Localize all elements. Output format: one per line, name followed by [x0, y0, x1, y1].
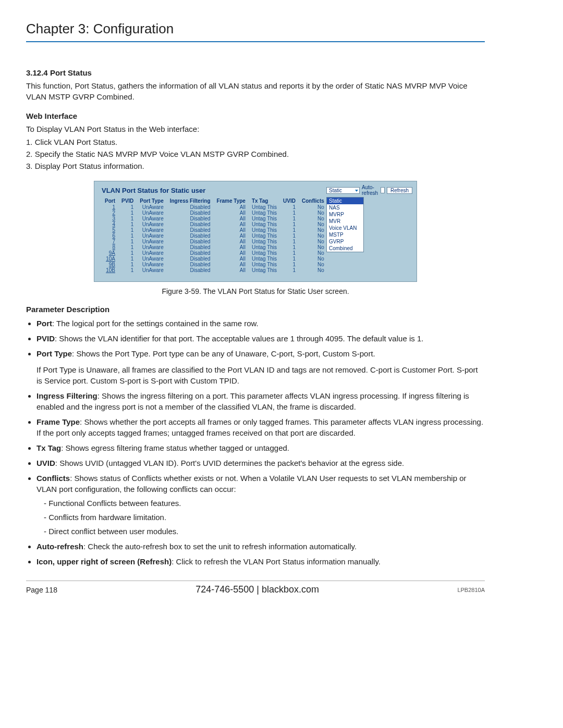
step: 2. Specify the Static NAS MVRP MVP Voice…	[26, 150, 485, 158]
steps-list: 1. Click VLAN Port Status. 2. Specify th…	[26, 138, 485, 170]
table-row: 10B1UnAwareDisabledAllUntag This1No	[102, 267, 327, 273]
section-intro: This function, Port Status, gathers the …	[26, 80, 485, 102]
dropdown-option[interactable]: Static	[327, 198, 363, 204]
param-refresh-icon: Icon, upper right of screen (Refresh): C…	[36, 556, 485, 567]
user-type-dropdown[interactable]: Static	[326, 187, 360, 194]
footer-contact: 724-746-5500 | blackbox.com	[195, 584, 319, 595]
vlan-port-table: PortPVID Port TypeIngress Filtering Fram…	[102, 198, 327, 273]
web-interface-heading: Web Interface	[26, 112, 485, 120]
param-frame-type: Frame Type: Shows whether the port accep…	[36, 416, 485, 438]
table-row: 9B1UnAwareDisabledAllUntag This1No	[102, 262, 327, 267]
figure-caption: Figure 3-59. The VLAN Port Status for St…	[26, 287, 485, 295]
table-row: 61UnAwareDisabledAllUntag This1No	[102, 233, 327, 239]
dropdown-option[interactable]: MVRP	[327, 211, 363, 218]
table-row: 51UnAwareDisabledAllUntag This1No	[102, 227, 327, 233]
parameter-list: Port: The logical port for the settings …	[26, 318, 485, 567]
dropdown-option[interactable]: Combined	[327, 245, 363, 252]
dropdown-option[interactable]: GVRP	[327, 238, 363, 245]
table-row: 9A1UnAwareDisabledAllUntag This1No	[102, 250, 327, 256]
chapter-title: Chapter 3: Configuration	[26, 21, 485, 38]
param-uvid: UVID: Shows UVID (untagged VLAN ID). Por…	[36, 458, 485, 468]
table-row: 71UnAwareDisabledAllUntag This1No	[102, 239, 327, 244]
table-row: 41UnAwareDisabledAllUntag This1No	[102, 221, 327, 227]
page-footer: Page 118 724-746-5500 | blackbox.com LPB…	[26, 584, 485, 595]
param-port-type: Port Type: Shows the Port Type. Port typ…	[36, 348, 485, 386]
parameter-description-heading: Parameter Description	[26, 305, 485, 314]
param-auto-refresh: Auto-refresh: Check the auto-refresh box…	[36, 541, 485, 552]
chapter-rule	[26, 41, 485, 42]
step: 1. Click VLAN Port Status.	[26, 138, 485, 146]
param-port: Port: The logical port for the settings …	[36, 318, 485, 329]
web-interface-intro: To Display VLAN Port Status in the Web i…	[26, 124, 485, 134]
table-row: 11UnAwareDisabledAllUntag This1No	[102, 204, 327, 210]
user-type-dropdown-list[interactable]: Static NAS MVRP MVR Voice VLAN MSTP GVRP…	[326, 197, 364, 252]
refresh-button[interactable]: Refresh	[387, 187, 412, 194]
section-heading: 3.12.4 Port Status	[26, 68, 485, 77]
page-number: Page 118	[26, 586, 57, 594]
table-header-row: PortPVID Port TypeIngress Filtering Fram…	[102, 198, 327, 204]
dropdown-option[interactable]: NAS	[327, 204, 363, 211]
dropdown-option[interactable]: Voice VLAN	[327, 225, 363, 231]
param-ingress-filtering: Ingress Filtering: Shows the ingress fil…	[36, 390, 485, 412]
auto-refresh-checkbox[interactable]	[381, 187, 385, 193]
figure-screenshot: VLAN Port Status for Static user Static …	[94, 181, 417, 282]
dropdown-option[interactable]: MVR	[327, 218, 363, 225]
footer-rule	[26, 581, 485, 581]
dropdown-option[interactable]: MSTP	[327, 231, 363, 238]
param-tx-tag: Tx Tag: Shows egress filtering frame sta…	[36, 442, 485, 453]
param-conflicts: Conflicts: Shows status of Conflicts whe…	[36, 473, 485, 537]
footer-model: LPB2810A	[457, 587, 485, 593]
table-row: 21UnAwareDisabledAllUntag This1No	[102, 210, 327, 216]
table-row: 10A1UnAwareDisabledAllUntag This1No	[102, 256, 327, 262]
auto-refresh-label: Auto-refresh	[362, 184, 378, 196]
table-row: 31UnAwareDisabledAllUntag This1No	[102, 216, 327, 221]
figure-toolbar: Static Auto-refresh Refresh Static NAS M…	[326, 184, 412, 252]
step: 3. Display Port Status information.	[26, 162, 485, 170]
table-row: 81UnAwareDisabledAllUntag This1No	[102, 244, 327, 250]
param-pvid: PVID: Shows the VLAN identifier for that…	[36, 333, 485, 344]
